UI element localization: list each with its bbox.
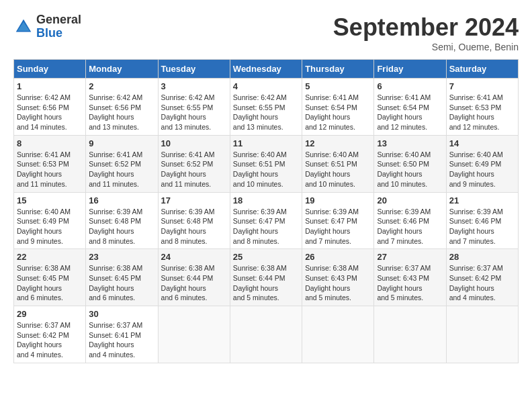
- calendar-day-cell: 27 Sunrise: 6:37 AMSunset: 6:43 PMDaylig…: [374, 249, 446, 306]
- logo-general: General: [36, 13, 81, 27]
- calendar-day-cell: 2 Sunrise: 6:42 AMSunset: 6:56 PMDayligh…: [86, 79, 158, 136]
- day-info: Sunrise: 6:39 AMSunset: 6:46 PMDaylight …: [449, 208, 503, 245]
- calendar-day-cell: 20 Sunrise: 6:39 AMSunset: 6:46 PMDaylig…: [374, 192, 446, 249]
- calendar-day-cell: 10 Sunrise: 6:41 AMSunset: 6:52 PMDaylig…: [158, 135, 230, 192]
- day-info: Sunrise: 6:37 AMSunset: 6:43 PMDaylight …: [377, 264, 431, 302]
- calendar-day-cell: 29 Sunrise: 6:37 AMSunset: 6:42 PMDaylig…: [14, 306, 86, 363]
- weekday-header: Thursday: [302, 60, 374, 79]
- calendar-table: SundayMondayTuesdayWednesdayThursdayFrid…: [13, 59, 519, 363]
- calendar-day-cell: 26 Sunrise: 6:38 AMSunset: 6:43 PMDaylig…: [302, 249, 374, 306]
- day-info: Sunrise: 6:39 AMSunset: 6:48 PMDaylight …: [161, 208, 215, 245]
- calendar-week-row: 29 Sunrise: 6:37 AMSunset: 6:42 PMDaylig…: [14, 306, 519, 363]
- day-number: 30: [89, 309, 154, 319]
- calendar-day-cell: 3 Sunrise: 6:42 AMSunset: 6:55 PMDayligh…: [158, 79, 230, 136]
- calendar-week-row: 8 Sunrise: 6:41 AMSunset: 6:53 PMDayligh…: [14, 135, 519, 192]
- day-info: Sunrise: 6:39 AMSunset: 6:48 PMDaylight …: [89, 208, 142, 245]
- day-info: Sunrise: 6:38 AMSunset: 6:44 PMDaylight …: [161, 264, 215, 302]
- day-number: 6: [377, 81, 443, 91]
- day-number: 13: [377, 138, 443, 148]
- day-info: Sunrise: 6:38 AMSunset: 6:45 PMDaylight …: [89, 264, 142, 302]
- day-info: Sunrise: 6:41 AMSunset: 6:53 PMDaylight …: [449, 93, 503, 131]
- page-header: General Blue September 2024 Semi, Oueme,…: [13, 13, 519, 52]
- day-number: 3: [161, 81, 227, 91]
- day-info: Sunrise: 6:40 AMSunset: 6:51 PMDaylight …: [233, 150, 287, 188]
- day-number: 9: [89, 138, 154, 148]
- weekday-header: Monday: [86, 60, 158, 79]
- day-info: Sunrise: 6:42 AMSunset: 6:56 PMDaylight …: [89, 93, 142, 131]
- weekday-header: Saturday: [446, 60, 518, 79]
- calendar-day-cell: 12 Sunrise: 6:40 AMSunset: 6:51 PMDaylig…: [302, 135, 374, 192]
- weekday-header-row: SundayMondayTuesdayWednesdayThursdayFrid…: [14, 60, 519, 79]
- day-info: Sunrise: 6:42 AMSunset: 6:55 PMDaylight …: [161, 93, 215, 131]
- day-info: Sunrise: 6:41 AMSunset: 6:54 PMDaylight …: [305, 93, 359, 131]
- calendar-day-cell: 17 Sunrise: 6:39 AMSunset: 6:48 PMDaylig…: [158, 192, 230, 249]
- calendar-day-cell: 5 Sunrise: 6:41 AMSunset: 6:54 PMDayligh…: [302, 79, 374, 136]
- day-info: Sunrise: 6:37 AMSunset: 6:42 PMDaylight …: [449, 264, 503, 302]
- day-number: 7: [449, 81, 515, 91]
- day-info: Sunrise: 6:40 AMSunset: 6:49 PMDaylight …: [17, 208, 71, 245]
- calendar-day-cell: 15 Sunrise: 6:40 AMSunset: 6:49 PMDaylig…: [14, 192, 86, 249]
- calendar-day-cell: [230, 306, 302, 363]
- day-number: 17: [161, 195, 227, 205]
- calendar-day-cell: 14 Sunrise: 6:40 AMSunset: 6:49 PMDaylig…: [446, 135, 518, 192]
- logo-icon: [13, 17, 34, 37]
- calendar-day-cell: 6 Sunrise: 6:41 AMSunset: 6:54 PMDayligh…: [374, 79, 446, 136]
- day-number: 23: [89, 252, 154, 262]
- weekday-header: Tuesday: [158, 60, 230, 79]
- day-number: 2: [89, 81, 154, 91]
- calendar-day-cell: [374, 306, 446, 363]
- day-number: 11: [233, 138, 299, 148]
- day-number: 24: [161, 252, 227, 262]
- day-info: Sunrise: 6:42 AMSunset: 6:56 PMDaylight …: [17, 93, 71, 131]
- day-number: 18: [233, 195, 299, 205]
- calendar-day-cell: 13 Sunrise: 6:40 AMSunset: 6:50 PMDaylig…: [374, 135, 446, 192]
- day-info: Sunrise: 6:37 AMSunset: 6:41 PMDaylight …: [89, 321, 142, 359]
- calendar-day-cell: 30 Sunrise: 6:37 AMSunset: 6:41 PMDaylig…: [86, 306, 158, 363]
- calendar-day-cell: 16 Sunrise: 6:39 AMSunset: 6:48 PMDaylig…: [86, 192, 158, 249]
- day-info: Sunrise: 6:39 AMSunset: 6:47 PMDaylight …: [233, 208, 287, 245]
- day-number: 14: [449, 138, 515, 148]
- day-number: 22: [17, 252, 83, 262]
- day-number: 21: [449, 195, 515, 205]
- title-block: September 2024 Semi, Oueme, Benin: [333, 13, 519, 52]
- logo-text: General Blue: [36, 13, 81, 40]
- calendar-day-cell: 23 Sunrise: 6:38 AMSunset: 6:45 PMDaylig…: [86, 249, 158, 306]
- calendar-day-cell: 7 Sunrise: 6:41 AMSunset: 6:53 PMDayligh…: [446, 79, 518, 136]
- day-number: 4: [233, 81, 299, 91]
- calendar-day-cell: 24 Sunrise: 6:38 AMSunset: 6:44 PMDaylig…: [158, 249, 230, 306]
- logo-blue: Blue: [36, 27, 81, 40]
- calendar-day-cell: 21 Sunrise: 6:39 AMSunset: 6:46 PMDaylig…: [446, 192, 518, 249]
- day-info: Sunrise: 6:38 AMSunset: 6:43 PMDaylight …: [305, 264, 359, 302]
- weekday-header: Friday: [374, 60, 446, 79]
- day-number: 26: [305, 252, 371, 262]
- day-info: Sunrise: 6:42 AMSunset: 6:55 PMDaylight …: [233, 93, 287, 131]
- day-number: 27: [377, 252, 443, 262]
- day-number: 12: [305, 138, 371, 148]
- day-info: Sunrise: 6:40 AMSunset: 6:49 PMDaylight …: [449, 150, 503, 188]
- calendar-day-cell: 25 Sunrise: 6:38 AMSunset: 6:44 PMDaylig…: [230, 249, 302, 306]
- location-subtitle: Semi, Oueme, Benin: [333, 42, 519, 52]
- calendar-day-cell: [446, 306, 518, 363]
- calendar-day-cell: 28 Sunrise: 6:37 AMSunset: 6:42 PMDaylig…: [446, 249, 518, 306]
- day-info: Sunrise: 6:41 AMSunset: 6:53 PMDaylight …: [17, 150, 71, 188]
- day-info: Sunrise: 6:41 AMSunset: 6:52 PMDaylight …: [161, 150, 215, 188]
- calendar-week-row: 1 Sunrise: 6:42 AMSunset: 6:56 PMDayligh…: [14, 79, 519, 136]
- calendar-day-cell: 1 Sunrise: 6:42 AMSunset: 6:56 PMDayligh…: [14, 79, 86, 136]
- logo: General Blue: [13, 13, 81, 40]
- day-info: Sunrise: 6:40 AMSunset: 6:50 PMDaylight …: [377, 150, 431, 188]
- calendar-day-cell: [302, 306, 374, 363]
- month-title: September 2024: [333, 13, 519, 42]
- day-number: 19: [305, 195, 371, 205]
- weekday-header: Wednesday: [230, 60, 302, 79]
- day-info: Sunrise: 6:40 AMSunset: 6:51 PMDaylight …: [305, 150, 359, 188]
- day-info: Sunrise: 6:38 AMSunset: 6:45 PMDaylight …: [17, 264, 71, 302]
- calendar-day-cell: 22 Sunrise: 6:38 AMSunset: 6:45 PMDaylig…: [14, 249, 86, 306]
- day-number: 1: [17, 81, 83, 91]
- day-number: 10: [161, 138, 227, 148]
- day-number: 20: [377, 195, 443, 205]
- day-number: 8: [17, 138, 83, 148]
- calendar-day-cell: 9 Sunrise: 6:41 AMSunset: 6:52 PMDayligh…: [86, 135, 158, 192]
- day-info: Sunrise: 6:38 AMSunset: 6:44 PMDaylight …: [233, 264, 287, 302]
- day-number: 15: [17, 195, 83, 205]
- day-number: 29: [17, 309, 83, 319]
